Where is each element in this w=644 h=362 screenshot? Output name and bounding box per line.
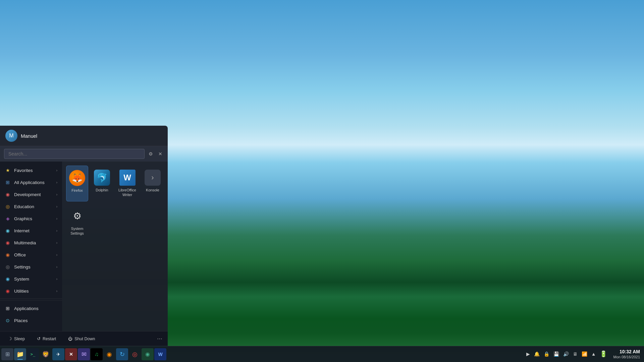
tray-security-icon[interactable]: 🔒 bbox=[542, 351, 551, 357]
app-grid: 🦊 Firefox 🐬 Dolphin W LibreOffice Writer bbox=[66, 166, 164, 240]
sidebar-item-settings[interactable]: ◎ Settings › bbox=[0, 261, 62, 273]
taskbar-icon-word[interactable]: W bbox=[154, 348, 166, 360]
taskbar: ⊞ 📁 >_ 🦁 ✈ ✕ ✉ ♫ ◉ ↻ ◎ ◉ W ▶ 🔔 🔒 💾 bbox=[0, 346, 644, 362]
taskbar-icon-update[interactable]: ↻ bbox=[116, 348, 128, 360]
clock-time: 10:32 AM bbox=[613, 349, 640, 355]
sidebar-item-education[interactable]: ◎ Education › bbox=[0, 200, 62, 213]
start-menu-footer: ☽ Sleep ↺ Restart ⏻ Shut Down ⋯ bbox=[0, 331, 168, 346]
sidebar-item-development[interactable]: ◉ Development › bbox=[0, 188, 62, 200]
education-icon: ◎ bbox=[5, 203, 11, 209]
arrow-icon: › bbox=[56, 277, 57, 281]
arrow-icon: › bbox=[56, 229, 57, 233]
taskbar-icon-folder[interactable]: 📁 bbox=[14, 348, 26, 360]
app-item-libreoffice-writer[interactable]: W LibreOffice Writer bbox=[116, 166, 139, 201]
tray-storage-icon[interactable]: 💾 bbox=[552, 351, 560, 357]
sleep-icon: ☽ bbox=[8, 336, 12, 341]
taskbar-icon-brave[interactable]: 🦁 bbox=[40, 348, 52, 360]
sidebar-items: ★ Favorites › ⊞ All Applications › ◉ Dev… bbox=[0, 164, 62, 297]
settings-icon: ◎ bbox=[5, 264, 11, 270]
footer-more-icon[interactable]: ⋯ bbox=[157, 336, 162, 342]
app-item-system-settings[interactable]: ⚙ System Settings bbox=[66, 204, 88, 240]
search-input[interactable] bbox=[4, 149, 145, 159]
footer-left: ☽ Sleep ↺ Restart ⏻ Shut Down bbox=[5, 335, 98, 343]
taskbar-icon-grid[interactable]: ⊞ bbox=[1, 348, 13, 360]
arrow-icon: › bbox=[56, 289, 57, 293]
arrow-icon: › bbox=[56, 265, 57, 269]
multimedia-icon: ◉ bbox=[5, 240, 11, 246]
development-icon: ◉ bbox=[5, 191, 11, 197]
tray-play-icon[interactable]: ▶ bbox=[525, 351, 531, 357]
restart-button[interactable]: ↺ Restart bbox=[34, 335, 59, 343]
clock-date: Mon 08/16/2021 bbox=[613, 355, 640, 359]
active-indicator bbox=[17, 359, 23, 360]
taskbar-icon-terminal[interactable]: >_ bbox=[27, 348, 39, 360]
arrow-icon: › bbox=[56, 169, 57, 172]
app-name-system-settings: System Settings bbox=[69, 226, 86, 236]
taskbar-icon-mail[interactable]: ✉ bbox=[78, 348, 90, 360]
all-applications-icon: ⊞ bbox=[5, 179, 11, 185]
taskbar-icon-telegram[interactable]: ✈ bbox=[52, 348, 64, 360]
tray-display-icon[interactable]: 🖥 bbox=[572, 351, 579, 357]
search-filter-icon[interactable]: ⚙ bbox=[147, 150, 154, 158]
start-menu-header: M Manuel bbox=[0, 126, 168, 146]
arrow-icon: › bbox=[56, 217, 57, 221]
app-name-firefox: Firefox bbox=[71, 188, 83, 193]
utilities-icon: ◉ bbox=[5, 288, 11, 294]
more-apps-icon: › bbox=[145, 170, 161, 186]
app-grid-area: 🦊 Firefox 🐬 Dolphin W LibreOffice Writer bbox=[62, 162, 168, 331]
favorites-icon: ★ bbox=[5, 167, 11, 173]
shutdown-button[interactable]: ⏻ Shut Down bbox=[65, 335, 98, 343]
sidebar-bottom: ⊞ Applications ⊙ Places bbox=[0, 300, 62, 328]
start-menu: M Manuel ⚙ ✕ ★ Favorites › ⊞ All Applica… bbox=[0, 126, 168, 346]
sidebar: ★ Favorites › ⊞ All Applications › ◉ Dev… bbox=[0, 162, 62, 331]
sidebar-item-favorites[interactable]: ★ Favorites › bbox=[0, 164, 62, 176]
sidebar-item-utilities[interactable]: ◉ Utilities › bbox=[0, 285, 62, 297]
taskbar-icon-vpn[interactable]: ◉ bbox=[142, 348, 154, 360]
tray-volume-icon[interactable]: 🔊 bbox=[562, 351, 570, 357]
tray-expand-icon[interactable]: ▲ bbox=[590, 351, 597, 357]
graphics-icon: ◈ bbox=[5, 216, 11, 222]
search-bar: ⚙ ✕ bbox=[0, 146, 168, 162]
sidebar-item-places[interactable]: ⊙ Places bbox=[0, 314, 62, 326]
tray-network-icon[interactable]: 📶 bbox=[580, 351, 589, 357]
taskbar-icon-close[interactable]: ✕ bbox=[65, 348, 77, 360]
sidebar-item-graphics[interactable]: ◈ Graphics › bbox=[0, 213, 62, 225]
desktop: M Manuel ⚙ ✕ ★ Favorites › ⊞ All Applica… bbox=[0, 0, 644, 362]
sidebar-item-office[interactable]: ◉ Office › bbox=[0, 249, 62, 261]
start-menu-body: ★ Favorites › ⊞ All Applications › ◉ Dev… bbox=[0, 162, 168, 331]
system-tray: ▶ 🔔 🔒 💾 🔊 🖥 📶 ▲ 🔋 bbox=[525, 350, 609, 358]
search-container: ⚙ ✕ bbox=[0, 146, 168, 162]
sidebar-item-multimedia[interactable]: ◉ Multimedia › bbox=[0, 237, 62, 249]
sidebar-item-internet[interactable]: ◉ Internet › bbox=[0, 225, 62, 237]
app-item-dolphin[interactable]: 🐬 Dolphin bbox=[91, 166, 113, 201]
taskbar-icons: ⊞ 📁 >_ 🦁 ✈ ✕ ✉ ♫ ◉ ↻ ◎ ◉ W bbox=[1, 348, 525, 360]
taskbar-icon-spotify[interactable]: ♫ bbox=[91, 348, 103, 360]
app-item-konsole[interactable]: › Konsole bbox=[142, 166, 164, 201]
office-icon: ◉ bbox=[5, 252, 11, 258]
arrow-icon: › bbox=[56, 193, 57, 196]
user-name: Manuel bbox=[21, 133, 37, 139]
applications-icon: ⊞ bbox=[5, 305, 11, 311]
sidebar-item-system[interactable]: ◉ System › bbox=[0, 273, 62, 285]
app-item-firefox[interactable]: 🦊 Firefox bbox=[66, 166, 88, 201]
sleep-button[interactable]: ☽ Sleep bbox=[5, 335, 28, 343]
search-pin-icon[interactable]: ✕ bbox=[157, 150, 164, 158]
restart-icon: ↺ bbox=[37, 336, 41, 341]
footer-right: ⋯ bbox=[157, 336, 162, 342]
internet-icon: ◉ bbox=[5, 228, 11, 234]
sidebar-divider bbox=[0, 298, 62, 299]
dolphin-icon: 🐬 bbox=[94, 170, 110, 186]
taskbar-icon-rss[interactable]: ◉ bbox=[103, 348, 115, 360]
avatar: M bbox=[5, 130, 17, 142]
tray-bell-icon[interactable]: 🔔 bbox=[533, 351, 541, 357]
arrow-icon: › bbox=[56, 241, 57, 245]
sidebar-item-all-applications[interactable]: ⊞ All Applications › bbox=[0, 176, 62, 188]
taskbar-icon-chrome[interactable]: ◎ bbox=[129, 348, 141, 360]
firefox-icon: 🦊 bbox=[69, 170, 85, 186]
librewriter-icon: W bbox=[119, 170, 136, 186]
clock-area[interactable]: 10:32 AM Mon 08/16/2021 bbox=[610, 349, 640, 359]
arrow-icon: › bbox=[56, 253, 57, 257]
app-name-libreoffice-writer: LibreOffice Writer bbox=[118, 188, 136, 197]
sidebar-item-applications[interactable]: ⊞ Applications bbox=[0, 302, 62, 314]
arrow-icon: › bbox=[56, 205, 57, 208]
